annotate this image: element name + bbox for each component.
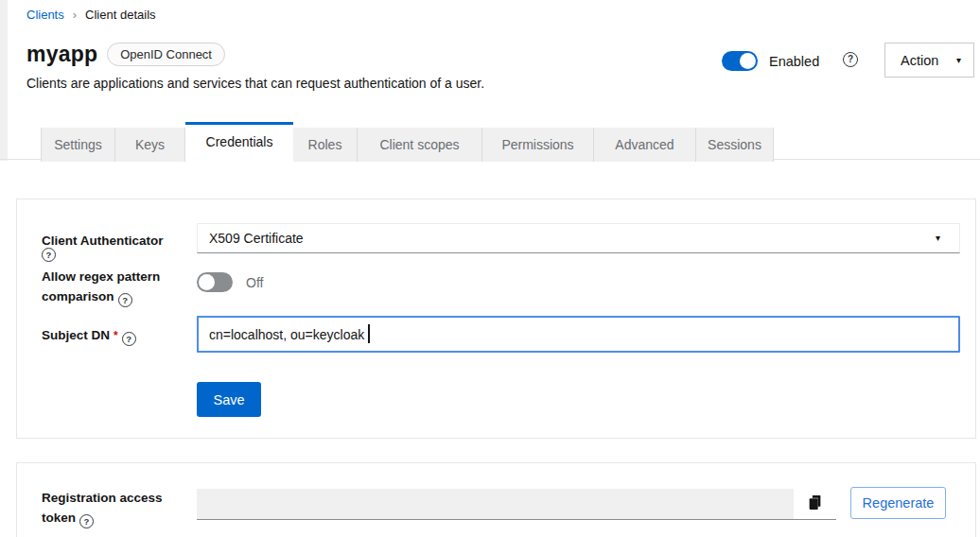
client-details-page: Clients › Client details myapp OpenID Co… <box>0 0 980 537</box>
client-authenticator-label-text: Client Authenticator <box>42 234 164 248</box>
enabled-label: Enabled <box>769 54 819 69</box>
client-authenticator-value: X509 Certificate <box>209 231 304 246</box>
protocol-badge: OpenID Connect <box>107 43 225 66</box>
breadcrumb-current: Client details <box>85 8 155 22</box>
allow-regex-toggle[interactable] <box>197 272 233 292</box>
subject-dn-label: Subject DN*? <box>42 325 212 346</box>
required-asterisk: * <box>114 329 118 342</box>
tab-credentials[interactable]: Credentials <box>185 122 293 162</box>
registration-token-label-line2: token <box>42 511 76 525</box>
registration-token-label-line1: Registration access <box>42 491 163 505</box>
chevron-down-icon: ▾ <box>936 234 940 243</box>
help-icon[interactable]: ? <box>843 52 858 67</box>
regenerate-button[interactable]: Regenerate <box>850 487 946 519</box>
tab-settings[interactable]: Settings <box>41 128 115 162</box>
page-header: myapp OpenID Connect <box>26 42 225 67</box>
enabled-toggle[interactable] <box>722 51 758 71</box>
copy-button[interactable] <box>794 489 836 519</box>
allow-regex-label: Allow regex pattern comparison? <box>42 267 198 307</box>
tab-client-scopes[interactable]: Client scopes <box>358 128 482 162</box>
registration-token-card: Registration access token? Regenerate <box>16 462 976 537</box>
subject-dn-input[interactable] <box>197 316 960 353</box>
left-gutter <box>0 0 8 161</box>
tab-bar: Settings Keys Credentials Roles Client s… <box>41 122 774 162</box>
text-cursor <box>368 324 370 343</box>
tab-roles[interactable]: Roles <box>293 128 358 162</box>
tab-keys[interactable]: Keys <box>115 128 185 162</box>
allow-regex-label-line2: comparison <box>42 289 114 303</box>
help-icon[interactable]: ? <box>118 293 132 307</box>
registration-token-input <box>197 489 794 519</box>
page-title: myapp <box>26 42 97 67</box>
toggle-knob <box>740 53 756 69</box>
registration-token-group <box>197 489 836 520</box>
help-icon[interactable]: ? <box>79 514 94 528</box>
tab-advanced[interactable]: Advanced <box>594 128 696 162</box>
action-dropdown-label: Action <box>901 53 938 68</box>
tab-permissions[interactable]: Permissions <box>482 128 594 162</box>
allow-regex-label-line1: Allow regex pattern <box>42 269 160 284</box>
save-button[interactable]: Save <box>197 382 261 417</box>
breadcrumb-clients-link[interactable]: Clients <box>26 8 64 22</box>
client-authenticator-label: Client Authenticator <box>42 231 193 251</box>
allow-regex-state: Off <box>246 275 263 290</box>
page-description: Clients are applications and services th… <box>26 76 484 91</box>
breadcrumb-separator-icon: › <box>73 8 77 22</box>
action-dropdown[interactable]: Action ▾ <box>884 43 974 78</box>
tab-sessions[interactable]: Sessions <box>696 128 774 162</box>
breadcrumb: Clients › Client details <box>26 8 156 22</box>
toggle-knob <box>199 274 215 290</box>
copy-icon <box>807 494 823 513</box>
chevron-down-icon: ▾ <box>956 56 961 65</box>
registration-token-label: Registration access token? <box>42 488 198 528</box>
help-icon[interactable]: ? <box>122 332 136 346</box>
credentials-card: Client Authenticator ? X509 Certificate … <box>16 199 976 439</box>
help-icon[interactable]: ? <box>42 248 56 262</box>
client-authenticator-select[interactable]: X509 Certificate ▾ <box>197 223 960 253</box>
subject-dn-label-text: Subject DN <box>42 328 110 342</box>
